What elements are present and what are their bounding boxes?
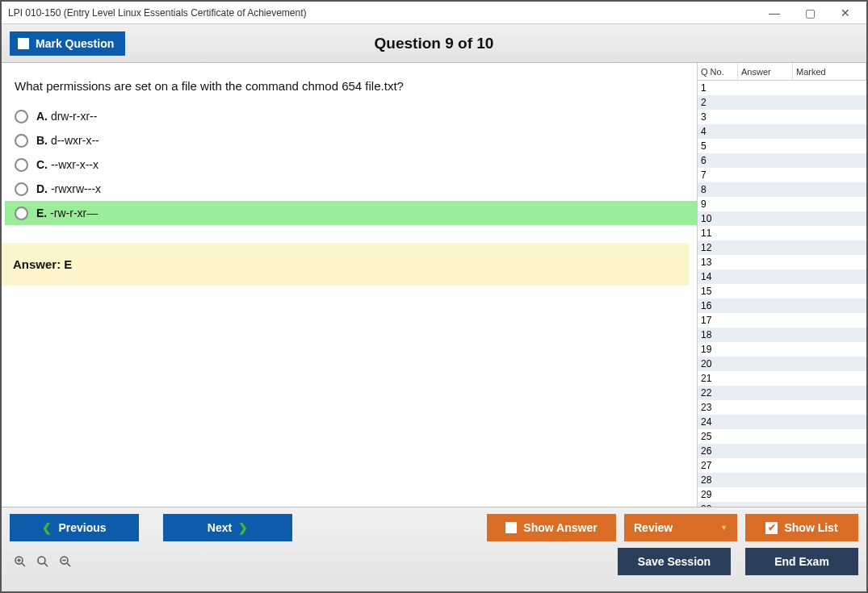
choice-text: D. -rwxrw---x xyxy=(36,182,101,195)
window-controls: — ▢ ✕ xyxy=(757,2,863,23)
radio-icon xyxy=(15,134,28,148)
row-qno: 18 xyxy=(698,329,738,340)
radio-icon xyxy=(15,207,28,220)
search-icon xyxy=(36,554,50,569)
row-qno: 10 xyxy=(698,213,738,224)
row-qno: 21 xyxy=(698,373,738,384)
question-list-row[interactable]: 21 xyxy=(698,371,866,386)
zoom-controls xyxy=(10,553,74,570)
question-list-row[interactable]: 2 xyxy=(698,95,866,110)
question-list-row[interactable]: 7 xyxy=(698,168,866,182)
checkbox-icon xyxy=(18,38,29,49)
minimize-button[interactable]: — xyxy=(757,2,792,23)
question-list-row[interactable]: 24 xyxy=(698,415,866,429)
window-title: LPI 010-150 (Entry Level Linux Essential… xyxy=(8,7,307,19)
previous-button[interactable]: ❮ Previous xyxy=(10,514,139,541)
question-list-row[interactable]: 28 xyxy=(698,473,866,487)
question-panel: What permissions are set on a file with … xyxy=(2,63,697,507)
header-bar: Mark Question Question 9 of 10 xyxy=(2,24,866,63)
row-qno: 26 xyxy=(698,445,738,457)
question-list-row[interactable]: 20 xyxy=(698,357,866,371)
close-button[interactable]: ✕ xyxy=(828,2,863,23)
choice-text: B. d--wxr-x-- xyxy=(36,134,99,147)
question-list-row[interactable]: 15 xyxy=(698,284,866,299)
row-qno: 27 xyxy=(698,460,738,471)
question-list-row[interactable]: 13 xyxy=(698,255,866,269)
answer-choice-C[interactable]: C. --wxr-x--x xyxy=(5,152,697,177)
row-qno: 11 xyxy=(698,228,738,239)
col-header-qno: Q No. xyxy=(698,63,738,80)
show-list-button[interactable]: ✔ Show List xyxy=(745,514,858,541)
answer-choice-D[interactable]: D. -rwxrw---x xyxy=(5,177,697,201)
row-qno: 25 xyxy=(698,431,738,442)
svg-line-5 xyxy=(44,563,48,566)
question-list[interactable]: 1234567891011121314151617181920212223242… xyxy=(698,81,866,507)
question-list-row[interactable]: 29 xyxy=(698,487,866,502)
row-qno: 5 xyxy=(698,140,738,152)
question-list-row[interactable]: 26 xyxy=(698,444,866,458)
question-list-row[interactable]: 19 xyxy=(698,342,866,357)
maximize-button[interactable]: ▢ xyxy=(792,2,828,23)
question-text: What permissions are set on a file with … xyxy=(2,71,697,104)
row-qno: 7 xyxy=(698,169,738,181)
end-exam-button[interactable]: End Exam xyxy=(745,548,858,575)
next-button[interactable]: Next ❯ xyxy=(163,514,292,541)
row-qno: 28 xyxy=(698,474,738,486)
question-list-row[interactable]: 8 xyxy=(698,182,866,197)
svg-line-1 xyxy=(22,563,25,566)
show-answer-button[interactable]: Show Answer xyxy=(487,514,616,541)
checkbox-icon xyxy=(505,522,517,533)
question-list-row[interactable]: 3 xyxy=(698,110,866,124)
zoom-out-button[interactable] xyxy=(57,553,74,570)
question-list-row[interactable]: 18 xyxy=(698,328,866,342)
row-qno: 3 xyxy=(698,111,738,123)
row-qno: 29 xyxy=(698,489,738,500)
row-qno: 12 xyxy=(698,242,738,253)
answer-choice-E[interactable]: E. -rw-r-xr— xyxy=(5,201,697,225)
answer-choice-A[interactable]: A. drw-r-xr-- xyxy=(5,104,697,128)
row-qno: 13 xyxy=(698,257,738,268)
show-list-label: Show List xyxy=(784,521,837,534)
review-dropdown[interactable]: Review ▼ xyxy=(624,514,737,541)
choice-text: C. --wxr-x--x xyxy=(36,158,99,171)
save-session-button[interactable]: Save Session xyxy=(618,548,731,575)
zoom-reset-icon xyxy=(13,554,27,569)
row-qno: 16 xyxy=(698,300,738,311)
row-qno: 8 xyxy=(698,184,738,195)
zoom-in-button[interactable] xyxy=(34,553,52,570)
row-qno: 23 xyxy=(698,402,738,413)
question-list-row[interactable]: 22 xyxy=(698,386,866,400)
answer-choice-B[interactable]: B. d--wxr-x-- xyxy=(5,128,697,152)
content-area: What permissions are set on a file with … xyxy=(2,63,866,507)
question-list-row[interactable]: 16 xyxy=(698,299,866,313)
question-list-row[interactable]: 5 xyxy=(698,139,866,153)
mark-question-button[interactable]: Mark Question xyxy=(10,31,125,56)
question-list-row[interactable]: 1 xyxy=(698,81,866,95)
question-list-row[interactable]: 23 xyxy=(698,400,866,415)
row-qno: 19 xyxy=(698,344,738,355)
question-counter: Question 9 of 10 xyxy=(2,35,866,52)
question-list-row[interactable]: 25 xyxy=(698,429,866,444)
question-list-row[interactable]: 4 xyxy=(698,124,866,139)
row-qno: 17 xyxy=(698,315,738,326)
question-list-row[interactable]: 27 xyxy=(698,458,866,473)
col-header-marked: Marked xyxy=(793,63,866,80)
question-list-row[interactable]: 12 xyxy=(698,240,866,255)
question-list-row[interactable]: 10 xyxy=(698,211,866,226)
question-list-row[interactable]: 17 xyxy=(698,313,866,328)
next-label: Next xyxy=(208,521,232,534)
question-list-row[interactable]: 9 xyxy=(698,197,866,211)
row-qno: 24 xyxy=(698,416,738,428)
footer-right-buttons: Save Session End Exam xyxy=(618,548,858,575)
question-list-row[interactable]: 6 xyxy=(698,153,866,168)
zoom-reset-button[interactable] xyxy=(11,553,29,570)
row-qno: 6 xyxy=(698,155,738,166)
answer-choices: A. drw-r-xr--B. d--wxr-x--C. --wxr-x--xD… xyxy=(2,104,697,225)
question-list-row[interactable]: 14 xyxy=(698,269,866,284)
footer-toolbar: ❮ Previous Next ❯ Show Answer Review ▼ ✔… xyxy=(2,507,866,591)
question-list-header: Q No. Answer Marked xyxy=(698,63,866,81)
row-qno: 4 xyxy=(698,126,738,137)
show-answer-label: Show Answer xyxy=(523,521,597,534)
svg-line-7 xyxy=(67,563,70,566)
question-list-row[interactable]: 11 xyxy=(698,226,866,240)
